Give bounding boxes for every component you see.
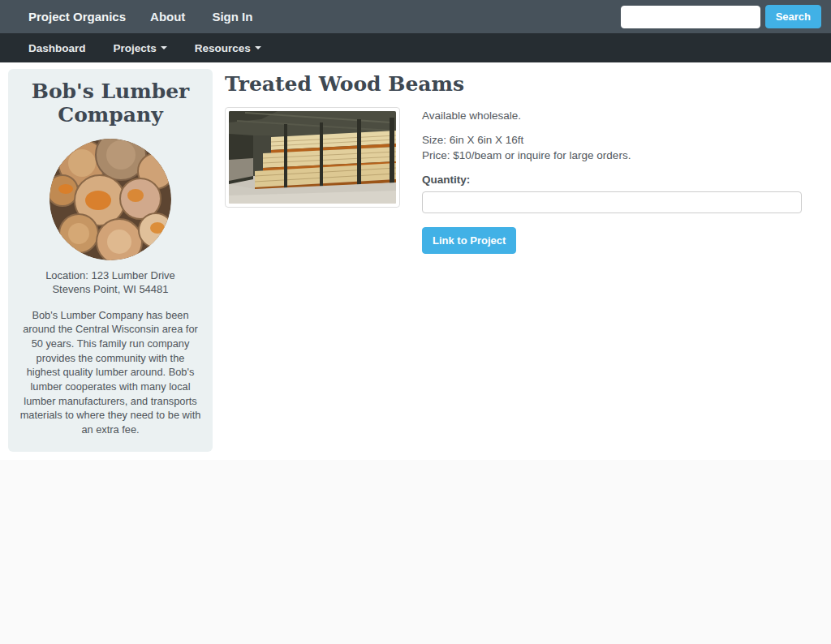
- content-wrapper: Bob's Lumber Company: [0, 62, 831, 460]
- subnav-item-dashboard[interactable]: Dashboard: [28, 42, 86, 54]
- search-input[interactable]: [621, 6, 760, 28]
- search-button[interactable]: Search: [765, 5, 821, 28]
- brand-link[interactable]: Project Organics: [28, 10, 126, 24]
- subnav-item-projects[interactable]: Projects: [114, 42, 167, 54]
- product-info: Available wholesale. Size: 6in X 6in X 1…: [422, 107, 802, 254]
- company-sidebar: Bob's Lumber Company: [8, 69, 213, 452]
- company-title: Bob's Lumber Company: [19, 80, 201, 127]
- location-line2: Stevens Point, WI 54481: [19, 282, 201, 297]
- top-navbar: Project Organics About Sign In Search: [0, 0, 831, 33]
- link-to-project-button[interactable]: Link to Project: [422, 227, 516, 254]
- quantity-input[interactable]: [422, 191, 802, 213]
- price-text: Price: $10/beam or inquire for large ord…: [422, 148, 802, 164]
- location-line1: Location: 123 Lumber Drive: [19, 268, 201, 283]
- company-logo-image: [50, 139, 171, 260]
- nav-item-sign-in[interactable]: Sign In: [212, 10, 252, 24]
- subnav-item-resources-label: Resources: [195, 42, 251, 54]
- search-form: Search: [621, 5, 821, 28]
- caret-down-icon: [255, 46, 261, 53]
- company-description: Bob's Lumber Company has been around the…: [19, 308, 201, 437]
- availability-text: Available wholesale.: [422, 109, 802, 124]
- subnav-item-resources[interactable]: Resources: [195, 42, 261, 54]
- company-location: Location: 123 Lumber Drive Stevens Point…: [19, 268, 201, 297]
- product-photo: [225, 107, 400, 208]
- sub-navbar: Dashboard Projects Resources: [0, 33, 831, 62]
- subnav-item-projects-label: Projects: [114, 42, 157, 54]
- size-text: Size: 6in X 6in X 16ft: [422, 133, 802, 148]
- product-main: Treated Wood Beams: [225, 69, 831, 254]
- nav-item-about[interactable]: About: [150, 10, 185, 24]
- product-title: Treated Wood Beams: [225, 72, 802, 96]
- quantity-label: Quantity:: [422, 174, 802, 186]
- caret-down-icon: [161, 46, 167, 53]
